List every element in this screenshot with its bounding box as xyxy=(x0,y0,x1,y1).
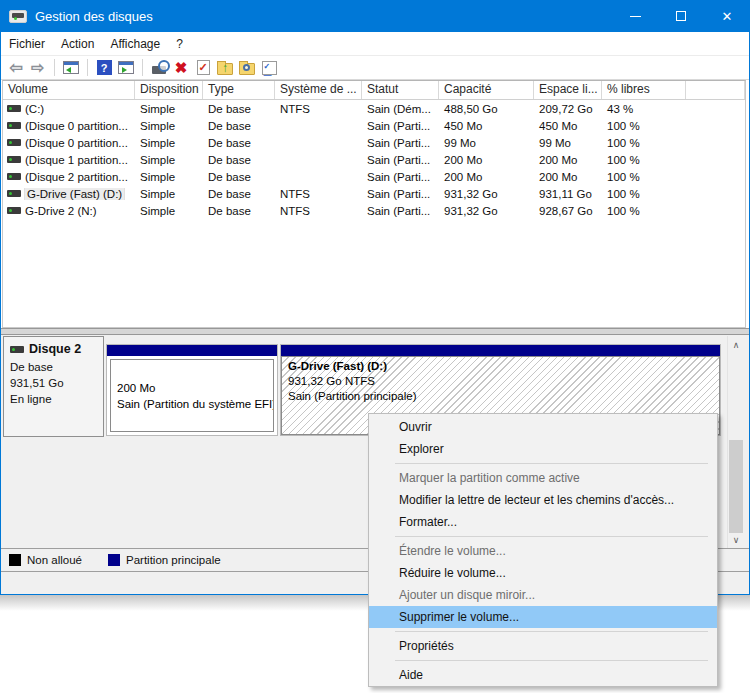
menu-item-reduire-volume[interactable]: Réduire le volume... xyxy=(369,562,717,584)
drive-icon xyxy=(7,122,21,129)
drive-icon xyxy=(7,190,21,197)
volume-name: (Disque 2 partition... xyxy=(25,171,128,183)
volume-table-header: Volume Disposition Type Système de ... S… xyxy=(3,81,745,100)
back-icon[interactable]: ⇦ xyxy=(6,58,26,77)
menu-item-explorer[interactable]: Explorer xyxy=(369,438,717,460)
drive-icon xyxy=(7,173,21,180)
pane-splitter[interactable] xyxy=(1,328,749,335)
menu-item-marquer-active: Marquer la partition comme active xyxy=(369,467,717,489)
task-list-icon[interactable]: ✓—✓— xyxy=(259,58,279,77)
partition-color-bar xyxy=(281,345,720,356)
partition-title: G-Drive (Fast) (D:) xyxy=(288,359,719,374)
volume-name: G-Drive 2 (N:) xyxy=(25,205,97,217)
table-row[interactable]: G-Drive 2 (N:) Simple De base NTFS Sain … xyxy=(3,202,745,219)
legend-swatch-primary xyxy=(108,554,120,566)
maximize-button[interactable] xyxy=(658,0,704,32)
menu-item-etendre-volume: Étendre le volume... xyxy=(369,540,717,562)
scroll-up-icon[interactable]: ∧ xyxy=(728,336,744,353)
scrollbar-track[interactable] xyxy=(728,353,744,531)
volume-name: G-Drive (Fast) (D:) xyxy=(25,188,124,200)
legend-swatch-unallocated xyxy=(9,554,21,566)
partition-color-bar xyxy=(107,345,277,356)
menu-item-ajouter-miroir: Ajouter un disque miroir... xyxy=(369,584,717,606)
scroll-down-icon[interactable]: ∨ xyxy=(728,531,744,548)
legend-label-unallocated: Non alloué xyxy=(27,554,82,566)
delete-icon[interactable]: ✖ xyxy=(171,58,191,77)
volume-name: (Disque 1 partition... xyxy=(25,154,128,166)
menu-affichage[interactable]: Affichage xyxy=(102,32,168,55)
menu-item-supprimer-volume[interactable]: Supprimer le volume... xyxy=(369,606,717,628)
column-header-disposition[interactable]: Disposition xyxy=(135,81,203,99)
volume-name: (Disque 0 partition... xyxy=(25,120,128,132)
drive-icon xyxy=(7,139,21,146)
menu-item-proprietes[interactable]: Propriétés xyxy=(369,635,717,657)
disk2-label-panel[interactable]: Disque 2 De base 931,51 Go En ligne xyxy=(3,336,104,437)
forward-icon[interactable]: ⇨ xyxy=(28,58,48,77)
drive-icon xyxy=(7,207,21,214)
menu-fichier[interactable]: Fichier xyxy=(1,32,53,55)
device-properties-icon[interactable] xyxy=(149,58,169,77)
disk-status: En ligne xyxy=(10,391,99,407)
column-header-volume[interactable]: Volume xyxy=(3,81,135,99)
menu-bar: Fichier Action Affichage ? xyxy=(1,32,749,55)
toolbar-separator xyxy=(142,59,143,76)
table-row[interactable]: (C:) Simple De base NTFS Sain (Dém... 48… xyxy=(3,100,745,117)
table-row-selected[interactable]: G-Drive (Fast) (D:) Simple De base NTFS … xyxy=(3,185,745,202)
help-icon[interactable]: ? xyxy=(94,58,114,77)
partition-size: 200 Mo xyxy=(117,380,273,396)
menu-item-ouvrir[interactable]: Ouvrir xyxy=(369,416,717,438)
menu-help[interactable]: ? xyxy=(168,32,191,55)
rescan-icon[interactable]: ↑ xyxy=(215,58,235,77)
column-header-filler xyxy=(686,81,745,99)
window-title: Gestion des disques xyxy=(35,9,153,24)
table-row[interactable]: (Disque 1 partition... Simple De base Sa… xyxy=(3,151,745,168)
toolbar-separator xyxy=(54,59,55,76)
column-header-filesystem[interactable]: Système de ... xyxy=(275,81,362,99)
legend-label-primary: Partition principale xyxy=(126,554,221,566)
menu-item-aide[interactable]: Aide xyxy=(369,664,717,686)
title-bar: Gestion des disques ✕ xyxy=(0,0,750,32)
close-icon: ✕ xyxy=(722,9,733,24)
column-header-statut[interactable]: Statut xyxy=(362,81,439,99)
partition-efi[interactable]: 200 Mo Sain (Partition du système EFI) xyxy=(106,344,278,436)
console-tree-icon[interactable] xyxy=(61,58,81,77)
menu-item-formater[interactable]: Formater... xyxy=(369,511,717,533)
minimize-button[interactable] xyxy=(612,0,658,32)
disk-type: De base xyxy=(10,359,99,375)
vertical-scrollbar[interactable]: ∧ ∨ xyxy=(727,336,744,548)
disk-name: Disque 2 xyxy=(29,342,81,356)
toolbar-separator xyxy=(87,59,88,76)
minimize-icon xyxy=(630,16,641,17)
column-header-espace[interactable]: Espace li... xyxy=(534,81,602,99)
scrollbar-thumb[interactable] xyxy=(729,440,743,533)
close-button[interactable]: ✕ xyxy=(704,0,750,32)
column-header-type[interactable]: Type xyxy=(203,81,275,99)
action-pane-icon[interactable] xyxy=(116,58,136,77)
table-row[interactable]: (Disque 0 partition... Simple De base Sa… xyxy=(3,117,745,134)
partition-size: 931,32 Go NTFS xyxy=(288,374,719,389)
column-header-libres[interactable]: % libres xyxy=(602,81,686,99)
context-menu: Ouvrir Explorer Marquer la partition com… xyxy=(368,413,718,687)
volume-name: (C:) xyxy=(25,103,44,115)
menu-separator xyxy=(395,660,708,661)
menu-separator xyxy=(395,536,708,537)
menu-action[interactable]: Action xyxy=(53,32,102,55)
volume-list-pane: Volume Disposition Type Système de ... S… xyxy=(2,80,746,328)
volume-name: (Disque 0 partition... xyxy=(25,137,128,149)
menu-item-modifier-lettre[interactable]: Modifier la lettre de lecteur et les che… xyxy=(369,489,717,511)
partition-status: Sain (Partition principale) xyxy=(288,389,719,404)
partition-status: Sain (Partition du système EFI) xyxy=(117,396,273,412)
menu-separator xyxy=(395,463,708,464)
column-header-capacite[interactable]: Capacité xyxy=(439,81,534,99)
disk-size: 931,51 Go xyxy=(10,375,99,391)
drive-icon xyxy=(7,156,21,163)
drive-icon xyxy=(7,105,21,112)
maximize-icon xyxy=(676,11,686,21)
find-icon[interactable] xyxy=(237,58,257,77)
disk-icon xyxy=(10,346,24,353)
menu-separator xyxy=(395,631,708,632)
check-volume-icon[interactable]: ✓ xyxy=(193,58,213,77)
table-row[interactable]: (Disque 0 partition... Simple De base Sa… xyxy=(3,134,745,151)
table-row[interactable]: (Disque 2 partition... Simple De base Sa… xyxy=(3,168,745,185)
disk-drive-app-icon xyxy=(9,10,27,23)
